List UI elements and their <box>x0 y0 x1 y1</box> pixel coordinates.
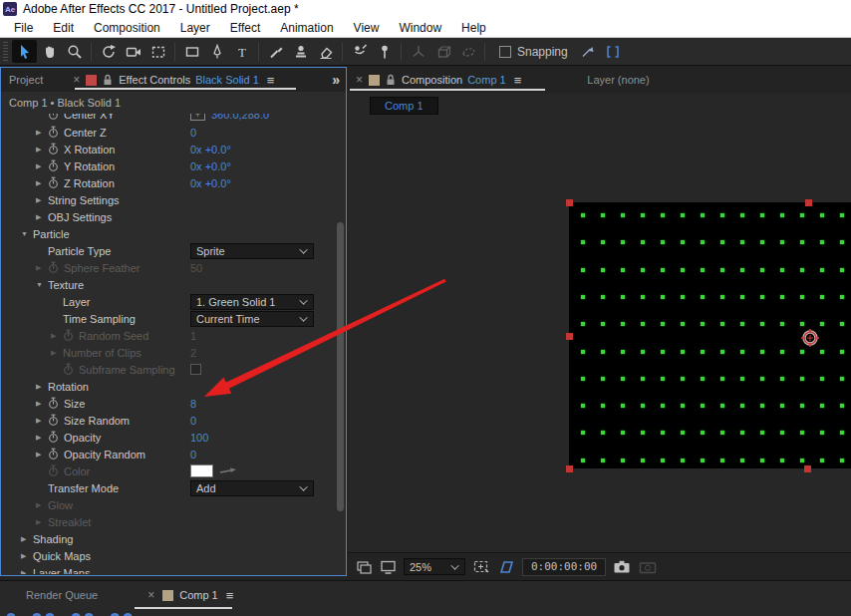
close-icon[interactable]: × <box>356 73 363 87</box>
effect-point-crosshair-icon[interactable] <box>800 328 820 348</box>
expander-icon[interactable]: ▶ <box>36 434 48 442</box>
panel-menu-icon[interactable]: ≡ <box>267 73 275 88</box>
tab-timeline-comp[interactable]: Comp 1 <box>179 589 218 601</box>
tab-project[interactable]: Project <box>1 74 51 86</box>
property-value[interactable]: 0 <box>190 449 196 461</box>
eraser-tool-icon[interactable] <box>313 40 338 63</box>
menu-item-effect[interactable]: Effect <box>220 21 270 35</box>
snapping-checkbox[interactable] <box>499 46 511 58</box>
menu-item-file[interactable]: File <box>4 21 43 35</box>
property-value[interactable]: 8 <box>190 398 196 410</box>
rectangle-tool-icon[interactable] <box>179 40 204 63</box>
layer-handle[interactable] <box>805 199 812 206</box>
selection-tool-icon[interactable] <box>12 40 37 63</box>
expander-icon[interactable]: ▶ <box>36 400 48 408</box>
composition-viewer[interactable] <box>348 119 851 552</box>
menu-item-composition[interactable]: Composition <box>84 21 170 35</box>
expander-icon[interactable]: ▼ <box>21 230 33 237</box>
brush-tool-icon[interactable] <box>263 40 288 63</box>
expander-icon[interactable]: ▶ <box>51 349 63 357</box>
tab-effect-controls[interactable]: Effect Controls <box>119 74 190 86</box>
camera-tool-icon[interactable] <box>121 40 145 63</box>
main-monitor-icon[interactable] <box>380 559 397 575</box>
property-value[interactable]: 0x +0.0° <box>190 177 231 189</box>
expander-icon[interactable]: ▶ <box>36 264 48 272</box>
magnification-dropdown[interactable]: 25% <box>404 558 465 575</box>
stopwatch-icon[interactable] <box>48 126 64 139</box>
clone-stamp-tool-icon[interactable] <box>288 40 313 63</box>
property-dropdown[interactable]: Add <box>190 480 314 496</box>
snap-guides-icon[interactable] <box>576 40 601 63</box>
expander-icon[interactable]: ▶ <box>36 129 48 137</box>
always-preview-icon[interactable] <box>356 559 373 575</box>
expander-icon[interactable]: ▶ <box>21 569 33 575</box>
stopwatch-icon[interactable] <box>48 114 64 121</box>
expander-icon[interactable]: ▼ <box>36 281 48 288</box>
layer-handle[interactable] <box>566 465 573 472</box>
menu-item-window[interactable]: Window <box>389 21 451 35</box>
stopwatch-icon[interactable] <box>48 414 64 427</box>
property-value[interactable]: 0 <box>190 415 196 427</box>
toolbar-grip[interactable] <box>3 42 8 62</box>
property-dropdown[interactable]: 1. Green Solid 1 <box>190 294 314 310</box>
pen-tool-icon[interactable] <box>204 40 229 63</box>
panel-menu-icon[interactable]: ≡ <box>514 73 522 88</box>
menu-item-layer[interactable]: Layer <box>170 21 220 35</box>
mask-visibility-icon[interactable] <box>497 559 515 575</box>
expander-icon[interactable]: ▶ <box>21 552 33 560</box>
scrollbar-thumb[interactable] <box>337 222 344 511</box>
expander-icon[interactable]: ▶ <box>36 196 48 204</box>
pan-behind-tool-icon[interactable] <box>145 40 170 63</box>
property-value[interactable]: 0x +0.0° <box>190 144 231 155</box>
property-value[interactable]: 0 <box>190 127 196 139</box>
tab-render-queue[interactable]: Render Queue <box>26 589 98 601</box>
expander-icon[interactable]: ▶ <box>36 179 48 187</box>
comp-viewer-chip[interactable]: Comp 1 <box>370 97 438 115</box>
expander-icon[interactable]: ▶ <box>36 451 48 459</box>
layer-handle[interactable] <box>566 333 573 340</box>
expander-icon[interactable]: ▶ <box>36 501 48 509</box>
puppet-pin-tool-icon[interactable] <box>372 40 397 63</box>
stopwatch-icon[interactable] <box>48 431 64 444</box>
close-icon[interactable]: × <box>73 73 80 87</box>
current-timecode[interactable]: 0:00:00:00 <box>5 608 135 616</box>
close-icon[interactable]: × <box>147 588 154 602</box>
show-snapshot-icon[interactable] <box>639 559 658 574</box>
layer-handle[interactable] <box>566 199 573 206</box>
panel-overflow-icon[interactable]: » <box>332 72 340 88</box>
expander-icon[interactable]: ▶ <box>21 535 33 543</box>
point-picker-icon[interactable]: + <box>190 114 205 121</box>
region-of-interest-icon[interactable] <box>472 558 490 575</box>
property-dropdown[interactable]: Sprite <box>190 243 314 259</box>
roto-brush-tool-icon[interactable] <box>347 40 372 63</box>
tab-layer-none[interactable]: Layer (none) <box>587 74 649 86</box>
panel-menu-icon[interactable]: ≡ <box>226 588 234 603</box>
snap-edges-icon[interactable] <box>601 40 626 63</box>
hand-tool-icon[interactable] <box>37 40 62 63</box>
expander-icon[interactable]: ▶ <box>36 146 48 154</box>
stopwatch-icon[interactable] <box>48 143 64 155</box>
zoom-tool-icon[interactable] <box>62 40 87 63</box>
property-value[interactable]: 0x +0.0° <box>190 160 231 172</box>
menu-item-edit[interactable]: Edit <box>43 21 84 35</box>
menu-item-help[interactable]: Help <box>451 21 496 35</box>
type-tool-icon[interactable]: T <box>229 40 254 63</box>
layer-handle[interactable] <box>804 465 811 472</box>
preview-timecode[interactable]: 0:00:00:00 <box>522 558 606 576</box>
tab-composition-target[interactable]: Comp 1 <box>467 74 506 86</box>
stopwatch-icon[interactable] <box>48 397 64 410</box>
menu-item-animation[interactable]: Animation <box>270 21 343 35</box>
expander-icon[interactable]: ▶ <box>36 213 48 221</box>
tab-composition[interactable]: Composition <box>402 74 462 86</box>
expander-icon[interactable]: ▶ <box>51 332 63 340</box>
expander-icon[interactable]: ▶ <box>36 518 48 526</box>
rotation-tool-icon[interactable] <box>96 40 121 63</box>
property-value[interactable]: 360.0,288.0 <box>211 114 269 121</box>
stopwatch-icon[interactable] <box>48 448 64 461</box>
expander-icon[interactable]: ▶ <box>36 162 48 170</box>
stopwatch-icon[interactable] <box>48 159 64 172</box>
stopwatch-icon[interactable] <box>48 176 64 189</box>
expander-icon[interactable]: ▶ <box>36 417 48 425</box>
snapshot-camera-icon[interactable] <box>613 559 632 574</box>
property-value[interactable]: 100 <box>190 432 208 444</box>
